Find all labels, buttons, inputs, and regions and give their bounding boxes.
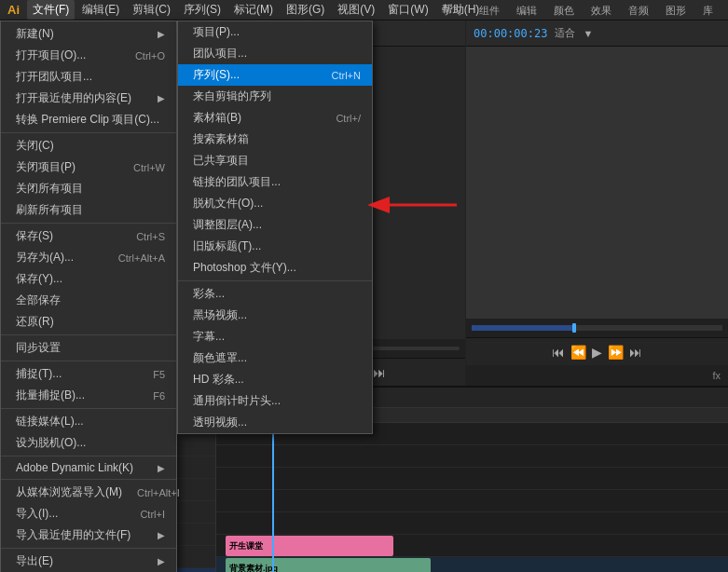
program-monitor: 00:00:00:23 适合 ▼ ⏮ ⏪ ▶ ⏩ ⏭ fx [466, 20, 728, 386]
new-bars-tones[interactable]: 彩条... [178, 283, 372, 305]
prog-play[interactable]: ▶ [592, 345, 602, 360]
clip-menu-item[interactable]: 剪辑(C) [127, 0, 176, 20]
new-hd-bars[interactable]: HD 彩条... [178, 369, 372, 390]
arrow-icon: ▶ [158, 29, 165, 39]
new-sequence[interactable]: 序列(S)... Ctrl+N [178, 64, 372, 86]
new-legacy-title[interactable]: 旧版标题(T)... [178, 236, 372, 257]
file-capture[interactable]: 捕捉(T)... F5 [1, 363, 176, 385]
file-menu-section-5: 捕捉(T)... F5 批量捕捉(B)... F6 [1, 361, 176, 409]
source-to-end[interactable]: ⏭ [373, 365, 386, 380]
arrow-icon: ▶ [158, 463, 165, 473]
fit-dropdown[interactable]: 适合 [555, 26, 575, 40]
ws-tab-graphics[interactable]: 图形 [658, 2, 694, 20]
file-menu-section-9: 导出(E) ▶ [1, 549, 176, 572]
file-open[interactable]: 打开项目(O)... Ctrl+O [1, 45, 176, 66]
new-seq-from-clip[interactable]: 来自剪辑的序列 [178, 86, 372, 107]
new-transparent-video[interactable]: 透明视频... [178, 412, 372, 433]
file-import[interactable]: 导入(I)... Ctrl+I [1, 503, 176, 524]
file-import-recent[interactable]: 导入最近使用的文件(F) ▶ [1, 524, 176, 546]
ws-tab-edit[interactable]: 编辑 [509, 2, 544, 20]
new-search-bin[interactable]: 搜索素材箱 [178, 129, 372, 150]
graphics-menu-item[interactable]: 图形(G) [281, 0, 330, 20]
ws-tab-components[interactable]: 组件 [472, 2, 507, 20]
file-open-team[interactable]: 打开团队项目... [1, 66, 176, 88]
ws-tab-library[interactable]: 库 [695, 2, 721, 20]
file-menu-section-6: 链接媒体(L)... 设为脱机(O)... [1, 409, 176, 456]
file-dropdown[interactable]: 新建(N) ▶ 打开项目(O)... Ctrl+O 打开团队项目... 打开最近… [0, 20, 177, 572]
new-caption[interactable]: 字幕... [178, 326, 372, 347]
new-bin[interactable]: 素材箱(B) Ctrl+/ [178, 107, 372, 129]
dropdown-arrow-icon: ▼ [583, 28, 593, 39]
file-revert[interactable]: 还原(R) [1, 311, 176, 333]
new-universal-countdown[interactable]: 通用倒计时片头... [178, 390, 372, 412]
file-menu-section-8: 从媒体浏览器导入(M) Ctrl+Alt+I 导入(I)... Ctrl+I 导… [1, 480, 176, 549]
program-timebar [466, 319, 728, 337]
new-black-video[interactable]: 黑场视频... [178, 305, 372, 326]
track-content-v1: 背景素材.jpg [216, 557, 728, 572]
file-close-all[interactable]: 关闭所有项目 [1, 178, 176, 199]
fx-bar: fx [466, 365, 728, 386]
track-content-v3 [216, 512, 728, 535]
file-recent[interactable]: 打开最近使用的内容(E) ▶ [1, 88, 176, 109]
main-menu: 文件(F) 编辑(E) 剪辑(C) 序列(S) 标记(M) 图形(G) 视图(V… [27, 0, 485, 20]
window-menu-item[interactable]: 窗口(W) [382, 0, 433, 20]
file-export[interactable]: 导出(E) ▶ [1, 551, 176, 572]
ws-tab-color[interactable]: 颜色 [546, 2, 582, 20]
program-header: 00:00:00:23 适合 ▼ [466, 20, 728, 47]
track-content-v2: 开生课堂 [216, 535, 728, 557]
prog-step-fwd[interactable]: ⏩ [608, 345, 624, 360]
track-content-v4 [216, 490, 728, 512]
sequence-menu-item[interactable]: 序列(S) [178, 0, 227, 20]
marker-menu-item[interactable]: 标记(M) [228, 0, 279, 20]
ws-tab-audio[interactable]: 音频 [621, 2, 656, 20]
prog-step-back[interactable]: ⏪ [570, 345, 586, 360]
progress-fill [472, 325, 722, 331]
file-menu-item[interactable]: 文件(F) [27, 0, 75, 20]
file-dynamic-link[interactable]: Adobe Dynamic Link(K) ▶ [1, 458, 176, 477]
track-content: 开生课堂 背景素材.jpg [216, 423, 728, 572]
file-new[interactable]: 新建(N) ▶ [1, 23, 176, 45]
program-timecode: 00:00:00:23 [474, 27, 547, 40]
new-adjustment-layer[interactable]: 调整图层(A)... [178, 214, 372, 236]
file-menu-section-2: 关闭(C) 关闭项目(P) Ctrl+W 关闭所有项目 刷新所有项目 [1, 133, 176, 224]
arrow-icon: ▶ [158, 530, 165, 540]
clip-kai-sheng[interactable]: 开生课堂 [226, 536, 393, 556]
file-refresh-all[interactable]: 刷新所有项目 [1, 199, 176, 221]
arrow-icon: ▶ [158, 93, 165, 103]
file-menu-section-1: 新建(N) ▶ 打开项目(O)... Ctrl+O 打开团队项目... 打开最近… [1, 21, 176, 133]
menu-bar: Ai 文件(F) 编辑(E) 剪辑(C) 序列(S) 标记(M) 图形(G) 视… [0, 0, 728, 20]
prog-to-start[interactable]: ⏮ [552, 345, 565, 360]
track-content-v5 [216, 468, 728, 490]
new-team-project[interactable]: 团队项目... [178, 43, 372, 64]
file-menu-section-4: 同步设置 [1, 335, 176, 361]
separator [178, 280, 372, 281]
ws-tab-effects[interactable]: 效果 [584, 2, 619, 20]
file-close[interactable]: 关闭(C) [1, 135, 176, 157]
file-save-all[interactable]: 全部保存 [1, 290, 176, 311]
new-submenu[interactable]: 项目(P)... 团队项目... 序列(S)... Ctrl+N 来自剪辑的序列… [177, 20, 373, 434]
view-menu-item[interactable]: 视图(V) [332, 0, 380, 20]
file-save-copy[interactable]: 保存(Y)... [1, 268, 176, 290]
file-saveas[interactable]: 另存为(A)... Ctrl+Alt+A [1, 247, 176, 268]
program-controls: ⏮ ⏪ ▶ ⏩ ⏭ [466, 337, 728, 365]
new-project[interactable]: 项目(P)... [178, 21, 372, 43]
file-sync[interactable]: 同步设置 [1, 337, 176, 359]
new-shared-project[interactable]: 已共享项目 [178, 150, 372, 171]
file-batch-capture[interactable]: 批量捕捉(B)... F6 [1, 385, 176, 406]
file-import-browser[interactable]: 从媒体浏览器导入(M) Ctrl+Alt+I [1, 482, 176, 503]
ws-tab-learn[interactable]: 学习 [434, 2, 470, 20]
file-menu-section-3: 保存(S) Ctrl+S 另存为(A)... Ctrl+Alt+A 保存(Y).… [1, 224, 176, 335]
fx-label: fx [712, 370, 721, 381]
file-save[interactable]: 保存(S) Ctrl+S [1, 225, 176, 247]
new-linked-team[interactable]: 链接的团队项目... [178, 171, 372, 193]
new-photoshop[interactable]: Photoshop 文件(Y)... [178, 257, 372, 279]
edit-menu-item[interactable]: 编辑(E) [76, 0, 125, 20]
file-make-offline[interactable]: 设为脱机(O)... [1, 432, 176, 454]
new-offline-file[interactable]: 脱机文件(O)... [178, 193, 372, 214]
file-close-project[interactable]: 关闭项目(P) Ctrl+W [1, 157, 176, 178]
clip-background[interactable]: 背景素材.jpg [226, 558, 431, 572]
file-link-media[interactable]: 链接媒体(L)... [1, 411, 176, 432]
new-color-matte[interactable]: 颜色遮罩... [178, 347, 372, 369]
file-convert[interactable]: 转换 Premiere Clip 项目(C)... [1, 109, 176, 130]
prog-to-end[interactable]: ⏭ [629, 345, 642, 360]
